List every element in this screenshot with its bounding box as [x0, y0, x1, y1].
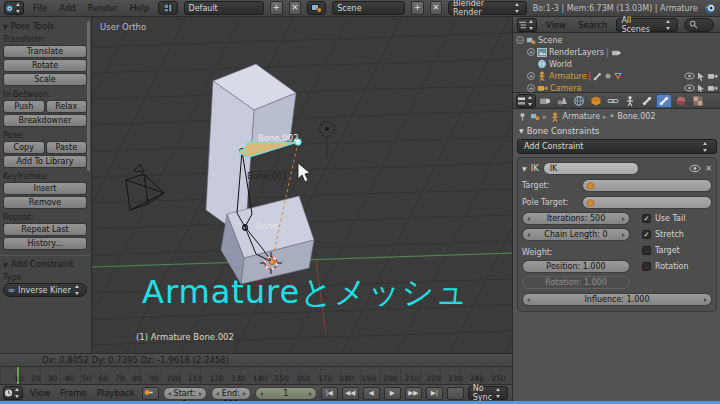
- tab-scene[interactable]: [554, 94, 570, 108]
- use-tail-option[interactable]: ✓ Use Tail: [642, 214, 685, 223]
- timeline-ruler[interactable]: 1020304050607080901001101201301401501601…: [0, 366, 512, 384]
- chain-length-slider[interactable]: Chain Length: 0: [522, 228, 630, 241]
- target-object-field[interactable]: [582, 179, 712, 192]
- target-weight-option[interactable]: Target: [642, 246, 680, 255]
- scene-datablock-button[interactable]: [307, 1, 326, 15]
- bone-constraints-panel-header[interactable]: ▼ Bone Constraints: [513, 124, 720, 137]
- relax-button[interactable]: Relax: [46, 100, 88, 113]
- copy-pose-button[interactable]: Copy: [3, 141, 45, 154]
- scale-button[interactable]: Scale: [3, 73, 87, 86]
- viewport-3d[interactable]: User Ortho Bone.002 Bone.001 Bone Armatu…: [92, 17, 512, 353]
- render-visibility-camera-icon[interactable]: [707, 84, 718, 92]
- armature-crumb-icon[interactable]: [550, 112, 560, 122]
- translate-button[interactable]: Translate: [3, 45, 87, 58]
- current-frame-field[interactable]: 1: [255, 387, 317, 400]
- scene-selector[interactable]: Scene: [332, 1, 405, 15]
- menu-add[interactable]: Add: [56, 3, 78, 13]
- lamp-object[interactable]: [320, 122, 335, 160]
- shelf-scrollbar[interactable]: [87, 21, 90, 171]
- rotation-weight-option[interactable]: Rotation: [642, 262, 688, 271]
- timeline-menu-frame[interactable]: Frame: [57, 388, 89, 398]
- add-constraint-dropdown[interactable]: Add Constraint: [517, 139, 717, 154]
- camera-object[interactable]: [126, 164, 164, 210]
- pole-target-object-field[interactable]: [582, 196, 712, 209]
- position-weight-button[interactable]: Position: 1.000: [522, 260, 630, 273]
- add-to-library-button[interactable]: Add To Library: [3, 155, 87, 168]
- timeline-menu-playback[interactable]: Playback: [94, 388, 138, 398]
- expand-toggle[interactable]: +: [527, 48, 535, 56]
- tab-armature-data[interactable]: [622, 94, 638, 108]
- push-button[interactable]: Push: [3, 100, 45, 113]
- use-tail-checkbox[interactable]: ✓: [642, 214, 651, 223]
- mute-eye-icon[interactable]: [689, 164, 701, 173]
- pin-icon[interactable]: [518, 112, 527, 121]
- scene-crumb-icon[interactable]: [530, 112, 540, 121]
- insert-keyframe-button[interactable]: Insert: [3, 182, 87, 195]
- outliner-row-renderlayers[interactable]: + RenderLayers |: [513, 46, 720, 58]
- rotate-button[interactable]: Rotate: [3, 59, 87, 72]
- render-engine-selector[interactable]: Blender Render: [448, 1, 527, 15]
- outliner-menu-view[interactable]: View: [543, 20, 569, 30]
- outliner-filter-dropdown[interactable]: All Scenes: [616, 18, 678, 32]
- end-frame-field[interactable]: End: 250: [211, 387, 251, 400]
- menu-file[interactable]: File: [30, 3, 50, 13]
- tab-object[interactable]: [588, 94, 604, 108]
- render-toggle-icon[interactable]: [611, 48, 621, 57]
- expand-toggle[interactable]: +: [527, 84, 535, 92]
- delete-scene-button[interactable]: ✕: [430, 1, 442, 15]
- tab-texture[interactable]: [690, 94, 706, 108]
- stretch-option[interactable]: ✓ Stretch: [642, 230, 684, 239]
- jump-to-end-button[interactable]: ▶|: [426, 387, 443, 400]
- repeat-last-button[interactable]: Repeat Last: [3, 223, 87, 236]
- outliner-menu-search[interactable]: Search: [575, 20, 610, 30]
- outliner-row-scene[interactable]: − Scene: [513, 34, 720, 46]
- tab-object-constraints[interactable]: [605, 94, 621, 108]
- tab-world[interactable]: [571, 94, 587, 108]
- rotation-checkbox[interactable]: [642, 262, 651, 271]
- jump-to-start-button[interactable]: |◀: [321, 387, 338, 400]
- timeline-menu-view[interactable]: View: [27, 388, 53, 398]
- history-button[interactable]: History...: [3, 237, 87, 250]
- keying-set-button[interactable]: [142, 387, 159, 400]
- eye-icon[interactable]: [684, 84, 695, 92]
- render-visibility-camera-icon[interactable]: [707, 72, 718, 80]
- outliner-editor-button[interactable]: [517, 18, 537, 32]
- eye-icon[interactable]: [684, 72, 695, 80]
- tab-render[interactable]: [537, 94, 553, 108]
- breadcrumb-bone[interactable]: Bone.002: [617, 112, 655, 121]
- tab-bone-constraints[interactable]: [656, 94, 672, 108]
- record-button[interactable]: [447, 387, 464, 400]
- prev-keyframe-button[interactable]: ◀◀: [342, 387, 359, 400]
- start-frame-field[interactable]: Start: 1: [163, 387, 207, 400]
- selectable-cursor-icon[interactable]: [697, 72, 705, 81]
- delete-constraint-button[interactable]: ✕: [705, 164, 712, 173]
- remove-keyframe-button[interactable]: Remove: [3, 196, 87, 209]
- add-layout-button[interactable]: +: [270, 1, 282, 15]
- play-reverse-button[interactable]: ◀: [363, 387, 380, 400]
- properties-editor-button[interactable]: [516, 94, 536, 108]
- menu-help[interactable]: Help: [127, 3, 152, 13]
- delete-layout-button[interactable]: ✕: [289, 1, 301, 15]
- menu-render[interactable]: Render: [85, 3, 121, 13]
- add-constraint-panel-header[interactable]: ▼ Add Constraint: [3, 259, 87, 269]
- pose-tools-panel-header[interactable]: ▼ Pose Tools: [3, 21, 87, 31]
- constraint-name-field[interactable]: IK: [543, 162, 639, 175]
- play-button[interactable]: ▶: [384, 387, 401, 400]
- timeline-editor-button[interactable]: [3, 386, 23, 400]
- screen-layout-selector[interactable]: Default: [184, 1, 265, 15]
- tab-material[interactable]: [673, 94, 689, 108]
- stretch-checkbox[interactable]: ✓: [642, 230, 651, 239]
- editor-type-button[interactable]: [4, 1, 24, 15]
- collapse-toggle[interactable]: −: [516, 36, 524, 44]
- sync-mode-dropdown[interactable]: No Sync: [468, 386, 508, 400]
- outliner-row-armature[interactable]: + Armature |: [513, 70, 720, 82]
- target-checkbox[interactable]: [642, 246, 651, 255]
- expand-toggle[interactable]: +: [527, 72, 535, 80]
- constraint-type-dropdown[interactable]: Inverse Kinemati: [3, 283, 87, 297]
- breakdowner-button[interactable]: Breakdowner: [3, 114, 87, 127]
- collapse-icon[interactable]: ▼: [522, 165, 527, 172]
- add-scene-button[interactable]: +: [411, 1, 423, 15]
- breadcrumb-object[interactable]: Armature: [563, 112, 601, 121]
- paste-pose-button[interactable]: Paste: [46, 141, 88, 154]
- next-keyframe-button[interactable]: ▶▶: [405, 387, 422, 400]
